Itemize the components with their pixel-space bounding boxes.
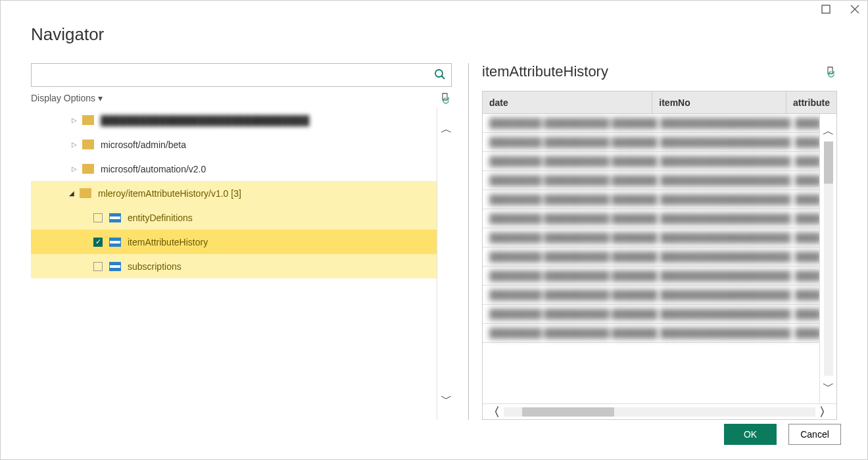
scroll-down-icon[interactable]: ﹀ — [823, 378, 834, 394]
svg-point-3 — [435, 70, 443, 77]
tree-table-item[interactable]: entityDefinitions — [31, 205, 437, 230]
tree: ▷ ████████████████████████████████ ▷ mic… — [31, 108, 437, 420]
scroll-thumb[interactable] — [522, 407, 614, 417]
dialog-footer: OK Cancel — [724, 424, 841, 445]
scroll-left-icon[interactable]: 〈 — [488, 404, 500, 420]
tree-table-label: entityDefinitions — [128, 213, 193, 223]
maximize-icon[interactable] — [821, 5, 831, 14]
grid-row[interactable]: ████████ ██████████ ████████████████████… — [483, 324, 819, 343]
scroll-up-icon[interactable]: ︿ — [823, 123, 834, 139]
tree-folder-label: microsoft/admin/beta — [101, 140, 186, 150]
folder-icon — [82, 164, 94, 174]
folder-icon — [82, 140, 94, 149]
vertical-divider — [468, 63, 469, 420]
grid-row[interactable]: ████████ ██████████ ████████████████████… — [483, 267, 819, 286]
preview-grid: date itemNo attribute ████████ █████████… — [482, 91, 837, 420]
display-options-button[interactable]: Display Options ▾ — [31, 93, 103, 103]
cancel-button[interactable]: Cancel — [788, 424, 841, 445]
grid-row[interactable]: ████████ ██████████ ████████████████████… — [483, 190, 819, 209]
preview-title: itemAttributeHistory — [482, 63, 608, 80]
grid-row[interactable]: ████████ ██████████ ████████████████████… — [483, 133, 819, 152]
scroll-down-icon[interactable]: ﹀ — [441, 391, 452, 407]
tree-table-label: subscriptions — [128, 261, 181, 272]
ok-button[interactable]: OK — [724, 424, 777, 445]
chevron-right-icon: ▷ — [70, 165, 78, 172]
tree-folder[interactable]: ▷ microsoft/admin/beta — [31, 132, 437, 157]
scroll-up-icon[interactable]: ︿ — [441, 121, 452, 137]
scroll-thumb[interactable] — [824, 141, 833, 184]
grid-row[interactable]: ████████ ██████████ ████████████████████… — [483, 228, 819, 247]
tree-table-label: itemAttributeHistory — [128, 237, 208, 247]
svg-rect-0 — [822, 5, 830, 13]
titlebar-controls — [821, 5, 859, 14]
grid-header: date itemNo attribute — [483, 91, 836, 114]
chevron-right-icon: ▷ — [70, 141, 78, 148]
scroll-right-icon[interactable]: 〉 — [819, 404, 831, 420]
tree-table-item-selected[interactable]: ✓ itemAttributeHistory — [31, 230, 437, 254]
folder-icon — [80, 188, 91, 198]
display-options-label: Display Options — [31, 93, 95, 103]
grid-row[interactable]: ████████ ██████████ ████████████████████… — [483, 209, 819, 228]
table-icon — [109, 213, 121, 222]
search-input[interactable] — [31, 63, 452, 87]
close-icon[interactable] — [850, 5, 859, 14]
tree-folder[interactable]: ▷ ████████████████████████████████ — [31, 108, 437, 132]
tree-folder-open[interactable]: ◢ mleroy/itemAttributeHistory/v1.0 [3] — [31, 181, 437, 205]
chevron-down-icon: ◢ — [68, 190, 76, 197]
grid-row[interactable]: ████████ ██████████ ████████████████████… — [483, 114, 819, 133]
grid-vertical-scrollbar[interactable]: ︿ ﹀ — [819, 114, 836, 403]
tree-folder[interactable]: ▷ microsoft/automation/v2.0 — [31, 157, 437, 181]
checkbox-checked[interactable]: ✓ — [93, 238, 103, 247]
checkbox[interactable] — [93, 262, 103, 271]
svg-line-4 — [442, 76, 445, 80]
tree-folder-label: mleroy/itemAttributeHistory/v1.0 [3] — [98, 188, 241, 199]
column-header-date[interactable]: date — [483, 91, 652, 113]
tree-folder-label: ████████████████████████████████ — [101, 115, 309, 126]
chevron-right-icon: ▷ — [70, 116, 78, 124]
left-panel: Display Options ▾ ▷ ████████████████████… — [31, 63, 455, 420]
tree-vertical-scrollbar[interactable]: ︿ ﹀ — [437, 108, 455, 420]
checkbox[interactable] — [93, 213, 103, 222]
column-header-itemno[interactable]: itemNo — [652, 91, 786, 113]
grid-row[interactable]: ████████ ██████████ ████████████████████… — [483, 286, 819, 305]
refresh-preview-icon[interactable] — [825, 66, 837, 78]
chevron-down-icon: ▾ — [98, 93, 103, 103]
tree-folder-label: microsoft/automation/v2.0 — [101, 164, 206, 174]
grid-row[interactable]: ████████ ██████████ ████████████████████… — [483, 171, 819, 190]
grid-row[interactable]: ████████ ██████████ ████████████████████… — [483, 152, 819, 171]
grid-rows: ████████ ██████████ ████████████████████… — [483, 114, 819, 403]
search-icon[interactable] — [434, 68, 446, 80]
column-header-attribute[interactable]: attribute — [786, 91, 836, 113]
folder-icon — [82, 115, 94, 125]
tree-open-folder-group: ◢ mleroy/itemAttributeHistory/v1.0 [3] e… — [31, 181, 437, 278]
refresh-tree-icon[interactable] — [440, 92, 452, 104]
navigator-dialog: Navigator Display Options ▾ — [0, 0, 868, 460]
grid-row[interactable]: ████████ ██████████ ████████████████████… — [483, 305, 819, 324]
dialog-title: Navigator — [31, 24, 837, 45]
tree-table-item[interactable]: subscriptions — [31, 254, 437, 278]
table-icon — [109, 262, 121, 271]
table-icon — [109, 238, 121, 247]
grid-row[interactable]: ████████ ██████████ ████████████████████… — [483, 247, 819, 267]
grid-horizontal-scrollbar[interactable]: 〈 〉 — [483, 403, 836, 419]
preview-panel: itemAttributeHistory date itemNo attribu… — [482, 63, 837, 420]
